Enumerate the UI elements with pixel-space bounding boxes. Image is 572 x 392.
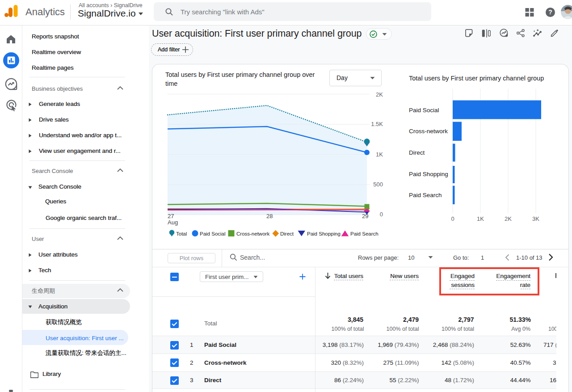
svg-text:0: 0 [451,215,454,222]
svg-text:Cross-network: Cross-network [409,128,448,135]
svg-text:Cross-network: Cross-network [236,231,269,236]
svg-text:0: 0 [380,211,383,218]
svg-text:500: 500 [373,181,383,188]
svg-text:Paid Shopping: Paid Shopping [409,171,448,177]
svg-text:Paid Social: Paid Social [409,107,439,114]
svg-text:Aug: Aug [168,219,178,226]
svg-text:Direct: Direct [409,149,425,156]
svg-text:3K: 3K [532,215,539,222]
svg-text:Total: Total [176,231,187,236]
svg-text:Paid Search: Paid Search [409,192,442,198]
svg-text:Paid Shopping: Paid Shopping [307,231,341,236]
svg-text:Direct: Direct [280,231,294,236]
svg-text:2K: 2K [376,91,383,98]
svg-text:1K: 1K [376,151,383,158]
svg-text:2K: 2K [505,215,512,222]
svg-text:Paid Social: Paid Social [200,231,226,236]
svg-text:29: 29 [362,213,368,219]
svg-text:28: 28 [266,213,273,219]
svg-text:1K: 1K [477,215,484,222]
svg-text:Paid Search: Paid Search [350,231,379,236]
svg-text:1.5K: 1.5K [371,121,383,127]
